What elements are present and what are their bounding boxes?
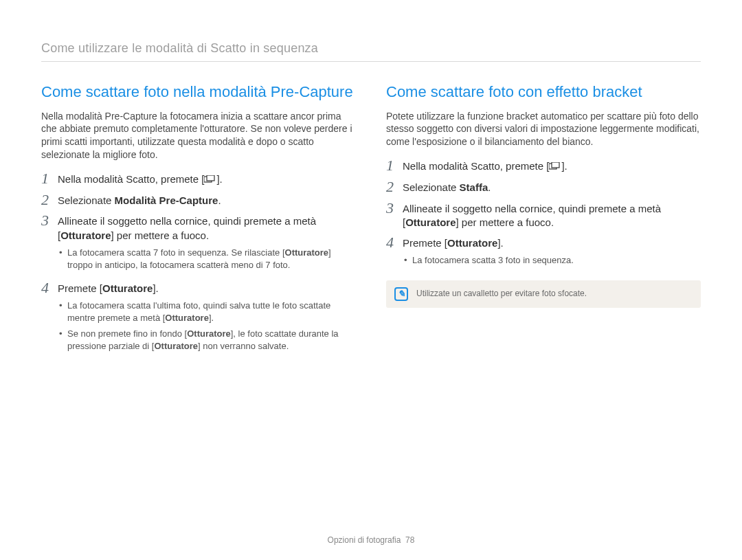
left-step-3: 3 Allineate il soggetto nella cornice, q… — [41, 214, 356, 275]
step-text: Premete [Otturatore]. La fotocamera scat… — [58, 282, 356, 356]
right-step-4: 4 Premete [Otturatore]. La fotocamera sc… — [386, 236, 701, 271]
note-icon: ✎ — [394, 287, 408, 301]
bullet: La fotocamera scatta 7 foto in sequenza.… — [58, 247, 356, 271]
step-number: 3 — [386, 201, 403, 216]
note-text: Utilizzate un cavalletto per evitare fot… — [416, 289, 587, 300]
bullet: La fotocamera scatta l'ultima foto, quin… — [58, 300, 356, 324]
step-text: Allineate il soggetto nella cornice, qui… — [403, 202, 701, 230]
page-header: Come utilizzare le modalità di Scatto in… — [41, 41, 701, 62]
left-step-1: 1 Nella modalità Scatto, premete []. — [41, 172, 356, 187]
right-step-1: 1 Nella modalità Scatto, premete []. — [386, 159, 701, 174]
note-box: ✎ Utilizzate un cavalletto per evitare f… — [386, 280, 701, 308]
step-text: Selezionate Staffa. — [403, 181, 701, 194]
step-number: 2 — [386, 179, 403, 194]
drive-mode-icon — [204, 173, 216, 187]
left-step-4: 4 Premete [Otturatore]. La fotocamera sc… — [41, 282, 356, 356]
right-step-2: 2 Selezionate Staffa. — [386, 181, 701, 194]
step-number: 4 — [386, 235, 403, 250]
svg-rect-3 — [552, 162, 559, 168]
step-number: 3 — [41, 213, 58, 228]
step-number: 1 — [386, 158, 403, 173]
columns: Come scattare foto nella modalità Pre-Ca… — [41, 82, 701, 363]
step-text: Nella modalità Scatto, premete []. — [403, 159, 701, 174]
step-text: Selezionate Modalità Pre-Capture. — [58, 194, 356, 208]
step-text: Premete [Otturatore]. La fotocamera scat… — [403, 236, 701, 271]
step-number: 4 — [41, 280, 58, 295]
left-column: Come scattare foto nella modalità Pre-Ca… — [41, 82, 356, 363]
left-step-2: 2 Selezionate Modalità Pre-Capture. — [41, 194, 356, 208]
step-text: Nella modalità Scatto, premete []. — [58, 172, 356, 187]
step-number: 2 — [41, 192, 58, 208]
right-column: Come scattare foto con effetto bracket P… — [386, 82, 701, 363]
right-intro: Potete utilizzare la funzione bracket au… — [386, 110, 701, 149]
right-heading: Come scattare foto con effetto bracket — [386, 82, 701, 102]
left-intro: Nella modalità Pre-Capture la fotocamera… — [41, 110, 356, 162]
step-text: Allineate il soggetto nella cornice, qui… — [58, 214, 356, 275]
bullet: La fotocamera scatta 3 foto in sequenza. — [403, 254, 701, 267]
drive-mode-icon — [549, 160, 561, 174]
left-heading: Come scattare foto nella modalità Pre-Ca… — [41, 82, 356, 102]
bullet: Se non premete fino in fondo [Otturatore… — [58, 328, 356, 352]
step-number: 1 — [41, 171, 58, 186]
page-footer: Opzioni di fotografia 78 — [0, 535, 742, 545]
svg-rect-1 — [207, 175, 214, 181]
right-step-3: 3 Allineate il soggetto nella cornice, q… — [386, 202, 701, 230]
